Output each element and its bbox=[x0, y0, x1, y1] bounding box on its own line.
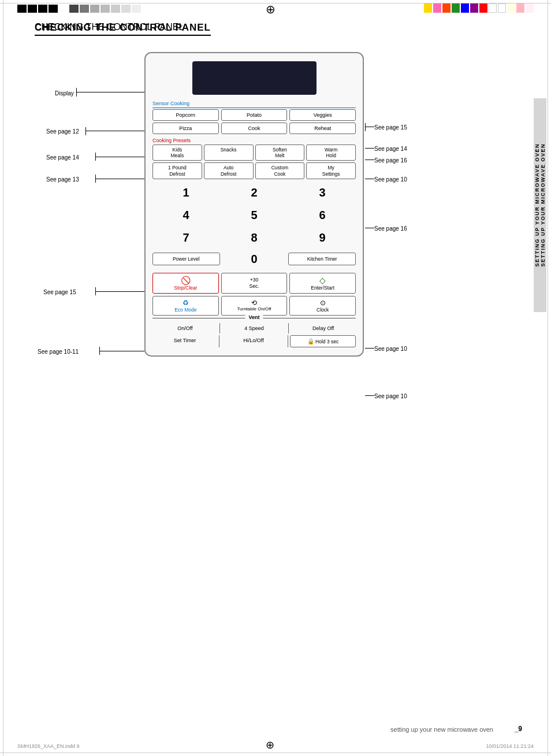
cooking-presets-label: Cooking Presets bbox=[152, 138, 356, 143]
btn-power-level[interactable]: Power Level bbox=[152, 253, 220, 265]
btn-2[interactable]: 2 bbox=[221, 183, 288, 203]
page10r2-line bbox=[365, 348, 374, 349]
btn-clock[interactable]: ⊙ Clock bbox=[289, 296, 356, 316]
action-row-1: 🚫 Stop/Clear +30Sec. ◇ Enter/Start bbox=[152, 273, 356, 294]
page16r2-line bbox=[365, 228, 374, 228]
btn-kitchen-timer[interactable]: Kitchen Timer bbox=[288, 253, 356, 265]
divider-1 bbox=[219, 323, 220, 333]
see-page-10-right3: See page 10 bbox=[374, 393, 407, 399]
btn-kids-meals[interactable]: KidsMeals bbox=[152, 144, 202, 161]
btn-7[interactable]: 7 bbox=[152, 228, 219, 248]
btn-custom-cook[interactable]: CustomCook bbox=[255, 162, 305, 179]
btn-1[interactable]: 1 bbox=[152, 183, 219, 203]
stop-icon: 🚫 bbox=[154, 276, 217, 285]
see-page-14-left: See page 14 bbox=[46, 154, 79, 161]
btn-my-settings[interactable]: MySettings bbox=[306, 162, 356, 179]
page-title: CHECKING THE CONTROL PANEL bbox=[35, 22, 211, 36]
page1011-line bbox=[99, 351, 144, 351]
see-page-10-right1: See page 10 bbox=[374, 176, 407, 183]
hold-3sec-label: Hold 3 sec bbox=[315, 339, 338, 344]
btn-0[interactable]: 0 bbox=[222, 250, 286, 268]
page13l-vline bbox=[95, 175, 96, 183]
see-page-16-right2: See page 16 bbox=[374, 225, 407, 232]
btn-5[interactable]: 5 bbox=[221, 205, 288, 225]
btn-potato[interactable]: Potato bbox=[221, 109, 288, 121]
vent-label: Vent bbox=[245, 314, 263, 320]
num-row-2: 4 5 6 bbox=[152, 205, 356, 225]
display-line bbox=[76, 92, 144, 92]
btn-eco-mode[interactable]: ♻ Eco Mode bbox=[152, 296, 219, 316]
divider-3 bbox=[219, 335, 219, 347]
sensor-row-2: Pizza Cook Reheat bbox=[152, 123, 356, 134]
btn-6[interactable]: 6 bbox=[289, 205, 356, 225]
lock-icon: 🔒 bbox=[307, 338, 314, 344]
see-page-15-left: See page 15 bbox=[43, 289, 76, 295]
btn-9[interactable]: 9 bbox=[289, 228, 356, 248]
page15l-line bbox=[95, 291, 144, 292]
bottom-right: 10/01/2014 11:21:24 bbox=[486, 743, 534, 749]
sensor-row-1: Popcorn Potato Veggies bbox=[152, 109, 356, 121]
page12-vline bbox=[85, 127, 86, 135]
btn-snacks[interactable]: Snacks bbox=[204, 144, 254, 161]
num-row-1: 1 2 3 bbox=[152, 183, 356, 203]
btn-1pound-defrost[interactable]: 1 PoundDefrost bbox=[152, 162, 202, 179]
btn-4-speed[interactable]: 4 Speed bbox=[222, 323, 287, 333]
vent-row-2: Set Timer Hi/Lo/Off 🔒 Hold 3 sec bbox=[152, 335, 356, 347]
btn-enter-start[interactable]: ◇ Enter/Start bbox=[289, 273, 356, 294]
page15r1-vline bbox=[365, 123, 366, 131]
sidebar-label: SETTING UP YOUR MICROWAVE OVEN bbox=[534, 143, 540, 267]
page13l-line bbox=[95, 179, 144, 179]
black-squares bbox=[17, 5, 58, 13]
btn-auto-defrost[interactable]: AutoDefrost bbox=[204, 162, 254, 179]
btn-hold-3sec[interactable]: 🔒 Hold 3 sec bbox=[290, 335, 356, 347]
btn-plus30[interactable]: +30Sec. bbox=[221, 273, 288, 294]
control-panel-diagram: Sensor Cooking Popcorn Potato Veggies Pi… bbox=[144, 52, 364, 357]
clock-icon: ⊙ bbox=[291, 299, 354, 307]
divider-4 bbox=[288, 335, 288, 347]
stop-clear-label: Stop/Clear bbox=[154, 285, 217, 291]
page14l-line bbox=[95, 157, 144, 157]
page-number: _9 bbox=[515, 725, 522, 733]
btn-8[interactable]: 8 bbox=[221, 228, 288, 248]
see-page-16-right1: See page 16 bbox=[374, 157, 407, 164]
page10r3-line bbox=[365, 395, 374, 396]
divider-2 bbox=[288, 323, 289, 333]
page14l-vline bbox=[95, 153, 96, 161]
btn-3[interactable]: 3 bbox=[289, 183, 356, 203]
see-page-15-right1: See page 15 bbox=[374, 124, 407, 131]
action-row-2: ♻ Eco Mode ⟲ Turntable On/Off ⊙ Clock bbox=[152, 296, 356, 316]
btn-pizza[interactable]: Pizza bbox=[152, 123, 219, 134]
btn-on-off[interactable]: On/Off bbox=[152, 323, 218, 333]
enter-icon: ◇ bbox=[291, 276, 354, 285]
page14r-line bbox=[365, 148, 374, 149]
btn-delay-off[interactable]: Delay Off bbox=[291, 323, 356, 333]
eco-mode-label: Eco Mode bbox=[154, 307, 217, 313]
btn-turntable[interactable]: ⟲ Turntable On/Off bbox=[221, 296, 288, 316]
gray-squares bbox=[69, 5, 141, 13]
page1011-vline bbox=[99, 347, 100, 355]
num-row-4: Power Level 0 Kitchen Timer bbox=[152, 250, 356, 268]
btn-veggies[interactable]: Veggies bbox=[289, 109, 356, 121]
btn-reheat[interactable]: Reheat bbox=[289, 123, 356, 134]
presets-row-2: 1 PoundDefrost AutoDefrost CustomCook My… bbox=[152, 162, 356, 179]
btn-soften-melt[interactable]: SoftenMelt bbox=[255, 144, 305, 161]
turntable-icon: ⟲ bbox=[223, 299, 286, 307]
btn-hi-lo-off[interactable]: Hi/Lo/Off bbox=[221, 335, 286, 347]
turntable-label: Turntable On/Off bbox=[223, 307, 286, 312]
btn-popcorn[interactable]: Popcorn bbox=[152, 109, 219, 121]
bottom-compass-icon: ⊕ bbox=[266, 739, 274, 751]
enter-start-label: Enter/Start bbox=[291, 285, 354, 291]
page10r1-line bbox=[365, 179, 374, 179]
bottom-left: SMH1926_XAA_EN.indd 9 bbox=[17, 743, 80, 749]
btn-set-timer[interactable]: Set Timer bbox=[152, 335, 217, 347]
btn-4[interactable]: 4 bbox=[152, 205, 219, 225]
compass-icon: ⊕ bbox=[266, 2, 276, 16]
btn-warm-hold[interactable]: WarmHold bbox=[306, 144, 356, 161]
btn-cook[interactable]: Cook bbox=[221, 123, 288, 134]
page12-line bbox=[85, 131, 144, 131]
footer-text: setting up your new microwave oven bbox=[390, 726, 493, 733]
color-swatches bbox=[424, 3, 534, 13]
sidebar-label-text: SETTING UP YOUR MICROWAVE OVEN bbox=[540, 143, 546, 267]
see-page-13-left: See page 13 bbox=[46, 176, 79, 183]
btn-stop-clear[interactable]: 🚫 Stop/Clear bbox=[152, 273, 219, 294]
